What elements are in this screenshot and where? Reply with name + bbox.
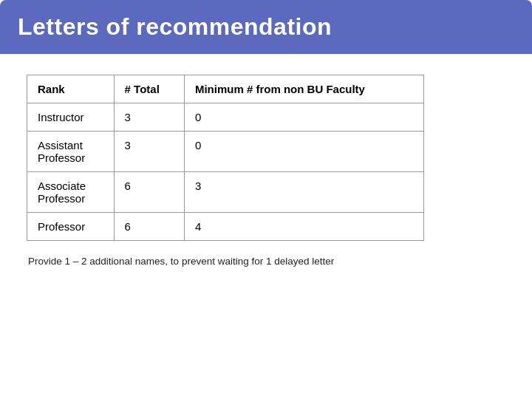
cell-minimum-0: 0	[184, 103, 423, 132]
table-row: Associate Professor63	[27, 172, 424, 213]
cell-total-3: 6	[114, 213, 184, 241]
slide: Letters of recommendation Rank # Total M…	[0, 0, 532, 399]
cell-rank-3: Professor	[27, 213, 115, 241]
content: Rank # Total Minimum # from non BU Facul…	[0, 54, 532, 399]
page-title: Letters of recommendation	[18, 13, 514, 41]
table-row: Assistant Professor30	[27, 132, 424, 172]
col-minimum: Minimum # from non BU Faculty	[184, 75, 423, 103]
table-row: Professor64	[27, 213, 424, 241]
cell-minimum-3: 4	[184, 213, 423, 241]
col-total: # Total	[114, 75, 184, 103]
cell-rank-2: Associate Professor	[27, 172, 115, 213]
cell-rank-1: Assistant Professor	[27, 132, 115, 172]
cell-rank-0: Instructor	[27, 103, 115, 132]
table-header-row: Rank # Total Minimum # from non BU Facul…	[27, 75, 424, 103]
header: Letters of recommendation	[0, 0, 532, 54]
col-rank: Rank	[27, 75, 115, 103]
cell-minimum-2: 3	[184, 172, 423, 213]
footnote: Provide 1 – 2 additional names, to preve…	[28, 254, 508, 269]
cell-total-2: 6	[114, 172, 184, 213]
recommendation-table: Rank # Total Minimum # from non BU Facul…	[27, 75, 424, 241]
cell-minimum-1: 0	[184, 132, 423, 172]
table-row: Instructor30	[27, 103, 424, 132]
cell-total-0: 3	[114, 103, 184, 132]
cell-total-1: 3	[114, 132, 184, 172]
